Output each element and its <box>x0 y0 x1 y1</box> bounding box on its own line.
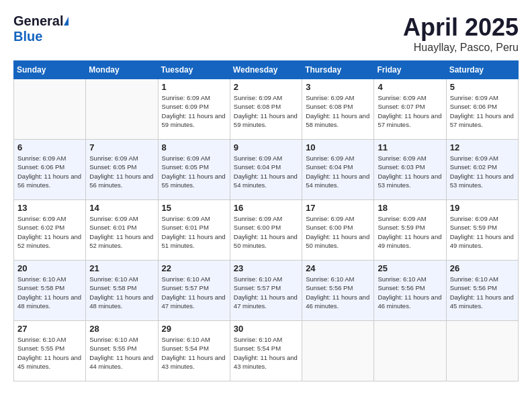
calendar-cell: 14Sunrise: 6:09 AM Sunset: 6:01 PM Dayli… <box>86 200 158 261</box>
calendar-cell: 19Sunrise: 6:09 AM Sunset: 5:59 PM Dayli… <box>446 200 518 261</box>
day-info: Sunrise: 6:10 AM Sunset: 5:55 PM Dayligh… <box>89 335 154 371</box>
day-info: Sunrise: 6:09 AM Sunset: 6:04 PM Dayligh… <box>306 154 370 189</box>
calendar-cell: 28Sunrise: 6:10 AM Sunset: 5:55 PM Dayli… <box>86 321 158 381</box>
day-number: 13 <box>17 203 82 213</box>
day-info: Sunrise: 6:10 AM Sunset: 5:58 PM Dayligh… <box>17 275 82 310</box>
day-number: 28 <box>89 324 154 334</box>
day-info: Sunrise: 6:09 AM Sunset: 6:02 PM Dayligh… <box>450 154 515 189</box>
calendar-cell: 1Sunrise: 6:09 AM Sunset: 6:09 PM Daylig… <box>158 79 230 140</box>
day-header-friday: Friday <box>374 61 446 79</box>
day-number: 2 <box>234 82 298 92</box>
day-number: 8 <box>162 142 226 152</box>
day-info: Sunrise: 6:09 AM Sunset: 6:06 PM Dayligh… <box>450 93 515 129</box>
calendar-cell: 6Sunrise: 6:09 AM Sunset: 6:06 PM Daylig… <box>14 140 86 200</box>
logo-blue: Blue <box>13 29 42 44</box>
calendar-cell: 5Sunrise: 6:09 AM Sunset: 6:06 PM Daylig… <box>446 79 518 140</box>
day-number: 17 <box>306 203 370 213</box>
day-info: Sunrise: 6:09 AM Sunset: 6:01 PM Dayligh… <box>89 214 154 250</box>
calendar-cell: 9Sunrise: 6:09 AM Sunset: 6:04 PM Daylig… <box>230 140 302 200</box>
day-number: 19 <box>450 203 515 213</box>
page-header: General Blue April 2025 Huayllay, Pasco,… <box>13 13 519 54</box>
day-number: 16 <box>234 203 298 213</box>
calendar-cell: 8Sunrise: 6:09 AM Sunset: 6:05 PM Daylig… <box>158 140 230 200</box>
calendar-cell: 18Sunrise: 6:09 AM Sunset: 5:59 PM Dayli… <box>374 200 446 261</box>
day-info: Sunrise: 6:10 AM Sunset: 5:58 PM Dayligh… <box>89 275 154 310</box>
day-number: 4 <box>378 82 442 92</box>
calendar-cell <box>86 79 158 140</box>
day-number: 6 <box>17 142 82 152</box>
month-title: April 2025 <box>403 13 519 42</box>
day-info: Sunrise: 6:09 AM Sunset: 5:59 PM Dayligh… <box>378 214 442 250</box>
day-info: Sunrise: 6:10 AM Sunset: 5:57 PM Dayligh… <box>162 275 226 310</box>
day-number: 7 <box>89 142 154 152</box>
calendar-cell: 24Sunrise: 6:10 AM Sunset: 5:56 PM Dayli… <box>302 261 374 321</box>
day-info: Sunrise: 6:09 AM Sunset: 6:03 PM Dayligh… <box>378 154 442 189</box>
calendar-cell: 11Sunrise: 6:09 AM Sunset: 6:03 PM Dayli… <box>374 140 446 200</box>
day-info: Sunrise: 6:10 AM Sunset: 5:55 PM Dayligh… <box>17 335 82 371</box>
week-row-1: 1Sunrise: 6:09 AM Sunset: 6:09 PM Daylig… <box>14 79 519 140</box>
day-number: 26 <box>450 263 515 273</box>
day-info: Sunrise: 6:09 AM Sunset: 6:08 PM Dayligh… <box>234 93 298 129</box>
day-info: Sunrise: 6:09 AM Sunset: 6:05 PM Dayligh… <box>89 154 154 189</box>
week-row-3: 13Sunrise: 6:09 AM Sunset: 6:02 PM Dayli… <box>14 200 519 261</box>
day-info: Sunrise: 6:10 AM Sunset: 5:54 PM Dayligh… <box>162 335 226 371</box>
calendar-table: SundayMondayTuesdayWednesdayThursdayFrid… <box>13 60 519 381</box>
day-header-wednesday: Wednesday <box>230 61 302 79</box>
day-info: Sunrise: 6:09 AM Sunset: 6:01 PM Dayligh… <box>162 214 226 250</box>
calendar-cell: 16Sunrise: 6:09 AM Sunset: 6:00 PM Dayli… <box>230 200 302 261</box>
day-header-sunday: Sunday <box>14 61 86 79</box>
day-info: Sunrise: 6:10 AM Sunset: 5:57 PM Dayligh… <box>234 275 298 310</box>
day-number: 11 <box>378 142 442 152</box>
day-number: 25 <box>378 263 442 273</box>
day-number: 15 <box>162 203 226 213</box>
day-info: Sunrise: 6:09 AM Sunset: 6:08 PM Dayligh… <box>306 93 370 129</box>
logo-general: General <box>13 13 63 29</box>
day-header-saturday: Saturday <box>446 61 518 79</box>
logo: General Blue <box>13 13 69 44</box>
day-info: Sunrise: 6:10 AM Sunset: 5:54 PM Dayligh… <box>234 335 298 371</box>
week-row-4: 20Sunrise: 6:10 AM Sunset: 5:58 PM Dayli… <box>14 261 519 321</box>
calendar-cell: 21Sunrise: 6:10 AM Sunset: 5:58 PM Dayli… <box>86 261 158 321</box>
calendar-header-row: SundayMondayTuesdayWednesdayThursdayFrid… <box>14 61 519 79</box>
calendar-cell: 25Sunrise: 6:10 AM Sunset: 5:56 PM Dayli… <box>374 261 446 321</box>
calendar-cell: 10Sunrise: 6:09 AM Sunset: 6:04 PM Dayli… <box>302 140 374 200</box>
day-number: 29 <box>162 324 226 334</box>
day-header-monday: Monday <box>86 61 158 79</box>
calendar-cell: 29Sunrise: 6:10 AM Sunset: 5:54 PM Dayli… <box>158 321 230 381</box>
calendar-cell: 22Sunrise: 6:10 AM Sunset: 5:57 PM Dayli… <box>158 261 230 321</box>
day-number: 23 <box>234 263 298 273</box>
day-info: Sunrise: 6:09 AM Sunset: 6:00 PM Dayligh… <box>234 214 298 250</box>
day-info: Sunrise: 6:09 AM Sunset: 6:07 PM Dayligh… <box>378 93 442 129</box>
day-info: Sunrise: 6:10 AM Sunset: 5:56 PM Dayligh… <box>306 275 370 310</box>
calendar-cell <box>374 321 446 381</box>
day-info: Sunrise: 6:09 AM Sunset: 6:04 PM Dayligh… <box>234 154 298 189</box>
calendar-cell: 20Sunrise: 6:10 AM Sunset: 5:58 PM Dayli… <box>14 261 86 321</box>
calendar-cell: 4Sunrise: 6:09 AM Sunset: 6:07 PM Daylig… <box>374 79 446 140</box>
day-number: 18 <box>378 203 442 213</box>
day-number: 10 <box>306 142 370 152</box>
week-row-2: 6Sunrise: 6:09 AM Sunset: 6:06 PM Daylig… <box>14 140 519 200</box>
calendar-cell <box>14 79 86 140</box>
calendar-cell: 13Sunrise: 6:09 AM Sunset: 6:02 PM Dayli… <box>14 200 86 261</box>
day-info: Sunrise: 6:09 AM Sunset: 6:06 PM Dayligh… <box>17 154 82 189</box>
day-info: Sunrise: 6:09 AM Sunset: 6:05 PM Dayligh… <box>162 154 226 189</box>
day-info: Sunrise: 6:10 AM Sunset: 5:56 PM Dayligh… <box>378 275 442 310</box>
calendar-cell: 23Sunrise: 6:10 AM Sunset: 5:57 PM Dayli… <box>230 261 302 321</box>
day-info: Sunrise: 6:10 AM Sunset: 5:56 PM Dayligh… <box>450 275 515 310</box>
logo-triangle-icon <box>64 17 69 26</box>
day-info: Sunrise: 6:09 AM Sunset: 6:02 PM Dayligh… <box>17 214 82 250</box>
calendar-cell: 27Sunrise: 6:10 AM Sunset: 5:55 PM Dayli… <box>14 321 86 381</box>
day-number: 14 <box>89 203 154 213</box>
location-title: Huayllay, Pasco, Peru <box>403 42 519 54</box>
calendar-cell: 12Sunrise: 6:09 AM Sunset: 6:02 PM Dayli… <box>446 140 518 200</box>
calendar-cell: 30Sunrise: 6:10 AM Sunset: 5:54 PM Dayli… <box>230 321 302 381</box>
day-header-tuesday: Tuesday <box>158 61 230 79</box>
week-row-5: 27Sunrise: 6:10 AM Sunset: 5:55 PM Dayli… <box>14 321 519 381</box>
day-number: 5 <box>450 82 515 92</box>
calendar-cell: 15Sunrise: 6:09 AM Sunset: 6:01 PM Dayli… <box>158 200 230 261</box>
day-info: Sunrise: 6:09 AM Sunset: 6:00 PM Dayligh… <box>306 214 370 250</box>
title-area: April 2025 Huayllay, Pasco, Peru <box>403 13 519 54</box>
day-header-thursday: Thursday <box>302 61 374 79</box>
calendar-cell <box>446 321 518 381</box>
calendar-cell: 17Sunrise: 6:09 AM Sunset: 6:00 PM Dayli… <box>302 200 374 261</box>
